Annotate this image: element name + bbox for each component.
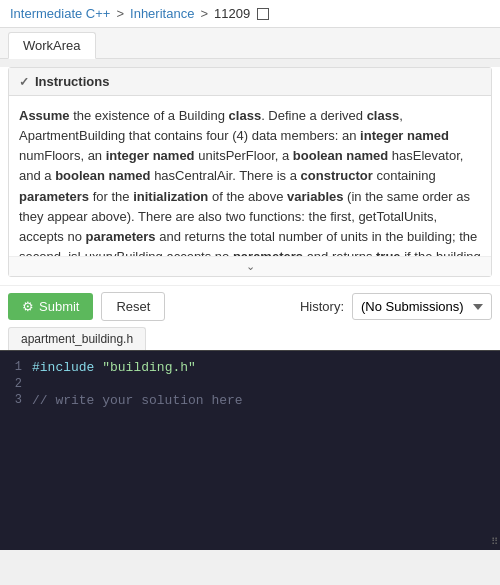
- history-select[interactable]: (No Submissions): [352, 293, 492, 320]
- code-editor[interactable]: 1 #include "building.h" 2 3 // write you…: [0, 350, 500, 550]
- instructions-body: Assume the existence of a Building class…: [9, 96, 491, 256]
- main-content: ✓ Instructions Assume the existence of a…: [0, 67, 500, 550]
- line-content-1: #include "building.h": [32, 360, 500, 375]
- chevron-icon: ✓: [19, 75, 29, 89]
- breadcrumb-sep-1: >: [116, 6, 124, 21]
- toolbar: ⚙ Submit Reset History: (No Submissions): [0, 285, 500, 327]
- include-keyword: #include: [32, 360, 102, 375]
- tab-bar: WorkArea: [0, 28, 500, 59]
- code-line-1: 1 #include "building.h": [0, 359, 500, 376]
- breadcrumb-topic[interactable]: Inheritance: [130, 6, 194, 21]
- breadcrumb: Intermediate C++ > Inheritance > 11209: [0, 0, 500, 28]
- submit-button[interactable]: ⚙ Submit: [8, 293, 93, 320]
- file-tab-header[interactable]: apartment_building.h: [8, 327, 146, 350]
- instructions-title: Instructions: [35, 74, 109, 89]
- expand-bar[interactable]: ⌄: [9, 256, 491, 276]
- line-number-1: 1: [0, 360, 32, 374]
- instructions-panel: ✓ Instructions Assume the existence of a…: [8, 67, 492, 277]
- history-label: History:: [300, 299, 344, 314]
- breadcrumb-course[interactable]: Intermediate C++: [10, 6, 110, 21]
- file-tabs: apartment_building.h: [0, 327, 500, 350]
- problem-id: 11209: [214, 6, 250, 21]
- breadcrumb-sep-2: >: [200, 6, 208, 21]
- line-number-3: 3: [0, 393, 32, 407]
- tab-workarea[interactable]: WorkArea: [8, 32, 96, 59]
- submit-label: Submit: [39, 299, 79, 314]
- line-content-3: // write your solution here: [32, 393, 500, 408]
- code-line-2: 2: [0, 376, 500, 392]
- problem-icon: [257, 8, 269, 20]
- instructions-header: ✓ Instructions: [9, 68, 491, 96]
- code-line-3: 3 // write your solution here: [0, 392, 500, 409]
- line-number-2: 2: [0, 377, 32, 391]
- gear-icon: ⚙: [22, 299, 34, 314]
- include-file: "building.h": [102, 360, 196, 375]
- resize-handle[interactable]: ⠿: [491, 538, 498, 548]
- reset-button[interactable]: Reset: [101, 292, 165, 321]
